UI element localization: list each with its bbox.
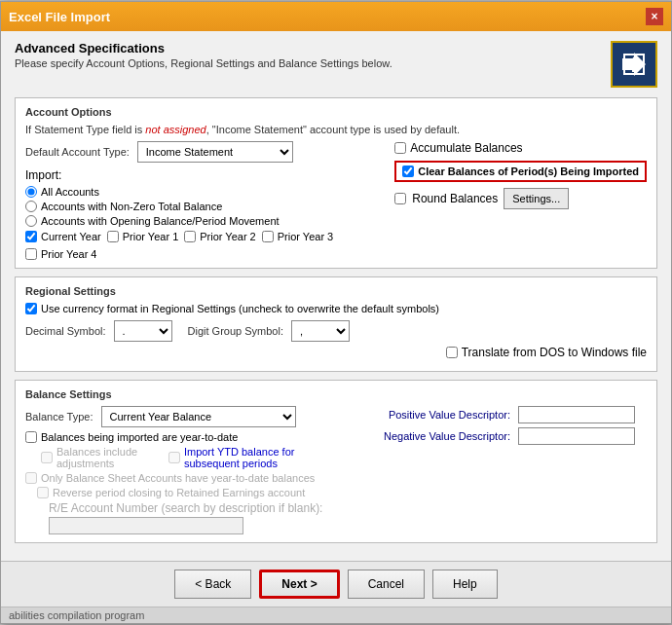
header-section: Advanced Specifications Please specify A… bbox=[15, 41, 657, 88]
radio-opening-balance: Accounts with Opening Balance/Period Mov… bbox=[25, 215, 379, 227]
balance-settings-label: Balance Settings bbox=[25, 388, 647, 400]
account-options-left: Default Account Type: Income Statement I… bbox=[25, 141, 379, 260]
reverse-period-checkbox-row: Reverse period closing to Retained Earni… bbox=[37, 487, 335, 498]
balance-settings-body: Balance Type: Current Year Balance Balan… bbox=[25, 406, 647, 534]
balance-type-row: Balance Type: Current Year Balance bbox=[25, 406, 335, 427]
account-options-right: Accumulate Balances Clear Balances of Pe… bbox=[394, 141, 647, 260]
decimal-symbol-label: Decimal Symbol: bbox=[25, 325, 106, 337]
import-ytd-label: Import YTD balance for subsequent period… bbox=[184, 446, 335, 469]
info-after: , "Income Statement" account type is use… bbox=[206, 124, 460, 135]
header-icon bbox=[611, 41, 657, 88]
accumulate-balances-checkbox[interactable] bbox=[394, 142, 406, 154]
digit-group-symbol-row: Digit Group Symbol: , bbox=[188, 320, 350, 342]
positive-value-input[interactable] bbox=[518, 406, 635, 423]
import-label: Import: bbox=[25, 168, 61, 182]
info-before: If Statement Type field is bbox=[25, 124, 145, 135]
reverse-period-checkbox[interactable] bbox=[37, 487, 49, 498]
content-area: Advanced Specifications Please specify A… bbox=[1, 31, 671, 561]
import-ytd-checkbox[interactable] bbox=[168, 452, 180, 463]
radio-nonzero: Accounts with Non-Zero Total Balance bbox=[25, 201, 379, 212]
period-prior-year-4-label: Prior Year 4 bbox=[41, 248, 96, 260]
account-options-label: Account Options bbox=[25, 106, 647, 118]
balances-ytd-label: Balances being imported are year-to-date bbox=[41, 431, 238, 443]
status-text: abilities compilation program bbox=[9, 609, 144, 621]
round-balances-row: Round Balances Settings... bbox=[394, 188, 647, 209]
title-bar: Excel File Import × bbox=[1, 2, 671, 31]
back-button[interactable]: < Back bbox=[174, 570, 251, 599]
negative-value-input[interactable] bbox=[518, 427, 635, 445]
period-prior-year-3: Prior Year 3 bbox=[262, 231, 333, 242]
radio-nonzero-input[interactable] bbox=[25, 201, 37, 212]
re-account-input[interactable] bbox=[49, 517, 243, 534]
only-balance-sheet-row: Only Balance Sheet Accounts have year-to… bbox=[25, 472, 335, 484]
import-label-row: Import: bbox=[25, 168, 379, 182]
period-current-year-label: Current Year bbox=[41, 231, 101, 242]
radio-opening-balance-input[interactable] bbox=[25, 215, 37, 227]
import-icon bbox=[618, 49, 650, 80]
period-checkboxes: Current Year Prior Year 1 Prior Year 2 bbox=[25, 231, 379, 260]
radio-all-accounts-input[interactable] bbox=[25, 186, 37, 198]
next-button[interactable]: Next > bbox=[259, 570, 339, 599]
period-current-year-checkbox[interactable] bbox=[25, 231, 37, 242]
negative-value-label: Negative Value Descriptor: bbox=[355, 430, 510, 442]
help-button[interactable]: Help bbox=[432, 570, 498, 599]
balances-include-row: Balances include adjustments Import YTD … bbox=[25, 446, 335, 469]
default-account-type-select[interactable]: Income Statement bbox=[137, 141, 293, 163]
balances-include-checkbox[interactable] bbox=[41, 452, 53, 463]
period-prior-year-2-checkbox[interactable] bbox=[184, 231, 196, 242]
cancel-button[interactable]: Cancel bbox=[348, 570, 425, 599]
use-currency-checkbox[interactable] bbox=[25, 303, 37, 314]
period-prior-year-4: Prior Year 4 bbox=[25, 248, 96, 260]
positive-value-label: Positive Value Descriptor: bbox=[355, 409, 510, 421]
translate-row: Translate from DOS to Windows file bbox=[25, 346, 647, 359]
radio-nonzero-label: Accounts with Non-Zero Total Balance bbox=[41, 201, 222, 212]
balance-type-select[interactable]: Current Year Balance bbox=[101, 406, 296, 427]
header-text: Advanced Specifications Please specify A… bbox=[15, 41, 392, 69]
radio-all-accounts: All Accounts bbox=[25, 186, 379, 198]
re-account-row: R/E Account Number (search by descriptio… bbox=[25, 501, 335, 534]
footer: < Back Next > Cancel Help bbox=[1, 561, 671, 607]
period-prior-year-3-label: Prior Year 3 bbox=[278, 231, 333, 242]
only-balance-sheet-checkbox[interactable] bbox=[25, 472, 37, 484]
period-prior-year-1-checkbox[interactable] bbox=[107, 231, 119, 242]
period-prior-year-4-checkbox[interactable] bbox=[25, 248, 37, 260]
clear-balances-checkbox[interactable] bbox=[402, 165, 414, 177]
decimal-symbol-select[interactable]: . bbox=[114, 320, 172, 342]
main-window: Excel File Import × Advanced Specificati… bbox=[0, 1, 672, 624]
clear-balances-label: Clear Balances of Period(s) Being Import… bbox=[418, 165, 639, 177]
balances-include-inner: Balances include adjustments Import YTD … bbox=[41, 446, 335, 469]
info-highlight: not assigned bbox=[145, 124, 205, 135]
status-bar: abilities compilation program bbox=[1, 607, 671, 623]
period-prior-year-2-label: Prior Year 2 bbox=[200, 231, 255, 242]
close-button[interactable]: × bbox=[646, 8, 663, 25]
default-account-type-row: Default Account Type: Income Statement bbox=[25, 141, 379, 163]
decimal-symbol-row: Decimal Symbol: . bbox=[25, 320, 172, 342]
use-currency-row: Use currency format in Regional Settings… bbox=[25, 303, 647, 314]
negative-value-row: Negative Value Descriptor: bbox=[355, 427, 647, 445]
use-currency-label: Use currency format in Regional Settings… bbox=[41, 303, 439, 314]
regional-settings-label: Regional Settings bbox=[25, 285, 647, 297]
reverse-period-label: Reverse period closing to Retained Earni… bbox=[53, 487, 305, 498]
info-text: If Statement Type field is not assigned,… bbox=[25, 124, 647, 135]
digit-group-symbol-label: Digit Group Symbol: bbox=[188, 325, 283, 337]
period-current-year: Current Year bbox=[25, 231, 101, 242]
settings-button[interactable]: Settings... bbox=[504, 188, 569, 209]
regional-settings-section: Regional Settings Use currency format in… bbox=[15, 276, 657, 372]
clear-balances-row: Clear Balances of Period(s) Being Import… bbox=[394, 161, 647, 182]
radio-opening-balance-label: Accounts with Opening Balance/Period Mov… bbox=[41, 215, 280, 227]
round-balances-checkbox[interactable] bbox=[394, 193, 406, 204]
round-balances-label: Round Balances bbox=[412, 192, 498, 205]
default-account-type-label: Default Account Type: bbox=[25, 146, 130, 158]
balances-ytd-checkbox[interactable] bbox=[25, 431, 37, 443]
positive-value-row: Positive Value Descriptor: bbox=[355, 406, 647, 423]
balances-ytd-checkbox-row: Balances being imported are year-to-date bbox=[25, 431, 335, 443]
translate-label: Translate from DOS to Windows file bbox=[462, 346, 647, 359]
balances-ytd-row: Balances being imported are year-to-date bbox=[25, 431, 335, 443]
page-description: Please specify Account Options, Regional… bbox=[15, 57, 392, 69]
window-title: Excel File Import bbox=[9, 10, 110, 24]
translate-checkbox[interactable] bbox=[446, 347, 458, 358]
period-prior-year-3-checkbox[interactable] bbox=[262, 231, 274, 242]
import-ytd-checkbox-row: Import YTD balance for subsequent period… bbox=[168, 446, 335, 469]
balance-left: Balance Type: Current Year Balance Balan… bbox=[25, 406, 335, 534]
digit-group-symbol-select[interactable]: , bbox=[291, 320, 350, 342]
